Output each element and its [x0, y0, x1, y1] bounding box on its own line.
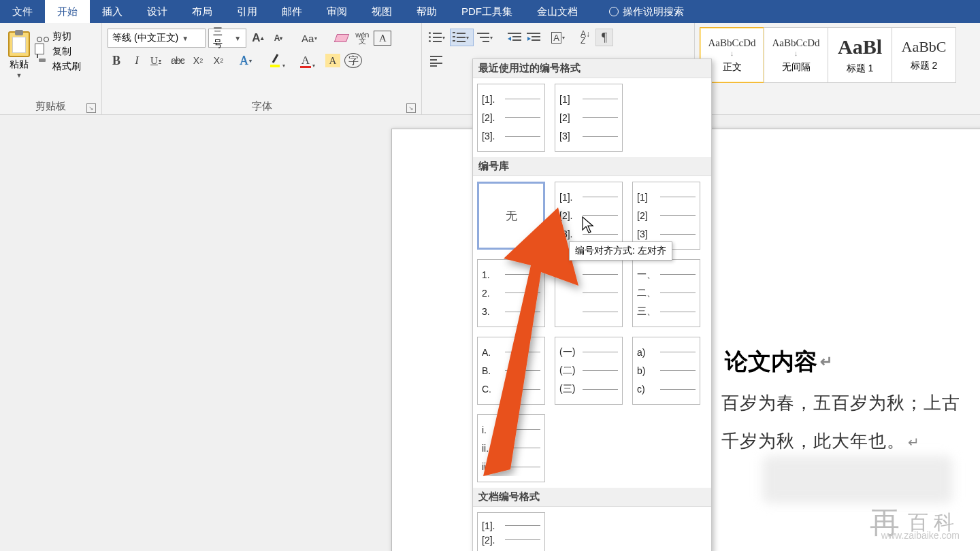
- style-name: 标题 2: [911, 60, 938, 72]
- tab-home[interactable]: 开始: [45, 0, 90, 23]
- numbering-format-bracket-dot[interactable]: [1]. [2]. [3].: [555, 182, 623, 250]
- tab-file[interactable]: 文件: [0, 0, 45, 23]
- enclose-char-button[interactable]: 字: [344, 53, 362, 68]
- cjk-icon: A: [551, 32, 561, 44]
- font-name-combo[interactable]: 等线 (中文正文)▼: [108, 29, 206, 48]
- underline-button[interactable]: U▾: [148, 52, 166, 69]
- multilevel-icon: [476, 31, 489, 44]
- strikethrough-button[interactable]: abc: [169, 52, 186, 69]
- recent-formats-header: 最近使用过的编号格式: [473, 59, 711, 78]
- numbering-format-cjk-paren[interactable]: (一) (二) (三): [555, 337, 623, 405]
- scissors-icon: [37, 31, 49, 42]
- group-font: 等线 (中文正文)▼ 三号▼ A▴ A▾ Aa▾ wén文 A B I U▾ a…: [102, 23, 422, 114]
- subscript-button[interactable]: X2: [189, 52, 207, 69]
- font-size-combo[interactable]: 三号▼: [208, 29, 246, 48]
- menu-bar: 文件 开始 插入 设计 布局 引用 邮件 审阅 视图 帮助 PDF工具集 金山文…: [0, 0, 980, 23]
- tab-insert[interactable]: 插入: [90, 0, 135, 23]
- numbering-format-bracket[interactable]: [1] [2] [3]: [632, 182, 700, 250]
- tell-me-label: 操作说明搜索: [623, 5, 684, 18]
- group-styles: AaBbCcDd ↓ 正文 AaBbCcDd ↓ 无间隔 AaBl 标题 1 A…: [694, 23, 980, 114]
- tab-references[interactable]: 引用: [225, 0, 270, 23]
- style-preview: AaBl: [838, 35, 882, 59]
- watermark: 再 百科 www.zaibaike.com: [870, 503, 960, 543]
- indent-icon: [527, 32, 540, 43]
- font-color-button[interactable]: A▾: [297, 52, 314, 69]
- multilevel-list-button[interactable]: ▾: [475, 29, 496, 46]
- grow-font-button[interactable]: A▴: [249, 29, 267, 47]
- paste-label: 粘贴: [10, 59, 29, 71]
- sort-icon: A↓Z: [581, 31, 590, 44]
- tab-layout[interactable]: 布局: [180, 0, 225, 23]
- font-launcher[interactable]: ↘: [406, 103, 416, 113]
- style-no-spacing[interactable]: AaBbCcDd ↓ 无间隔: [764, 27, 828, 83]
- numbering-button[interactable]: ▾: [450, 29, 474, 46]
- style-name: 无间隔: [782, 61, 811, 73]
- paste-button[interactable]: 粘贴 ▼: [5, 30, 33, 80]
- italic-button[interactable]: I: [128, 52, 146, 69]
- sort-button[interactable]: A↓Z: [576, 29, 594, 46]
- cut-button[interactable]: 剪切: [37, 31, 81, 43]
- copy-label: 复制: [52, 46, 71, 58]
- pen-icon: [272, 54, 279, 63]
- doc-formats-section: [1]. [2].: [473, 507, 711, 551]
- lightbulb-icon: [609, 7, 619, 16]
- clear-formatting-button[interactable]: [333, 29, 350, 47]
- change-case-button[interactable]: Aa▾: [301, 29, 321, 47]
- increase-indent-button[interactable]: [525, 29, 542, 46]
- bold-button[interactable]: B: [108, 52, 125, 69]
- numbering-format-none[interactable]: 无: [477, 182, 545, 250]
- styles-gallery[interactable]: AaBbCcDd ↓ 正文 AaBbCcDd ↓ 无间隔 AaBl 标题 1 A…: [700, 26, 980, 83]
- numbering-format-lower-alpha-paren[interactable]: a) b) c): [632, 337, 700, 405]
- font-name-value: 等线 (中文正文): [112, 32, 178, 44]
- align-left-icon: [430, 56, 442, 65]
- numbering-format-recent-1[interactable]: [1] [2] [3]: [555, 84, 623, 152]
- copy-button[interactable]: 复制: [37, 46, 81, 58]
- bullets-icon: [428, 31, 442, 44]
- tab-design[interactable]: 设计: [135, 0, 180, 23]
- show-marks-button[interactable]: ¶: [595, 29, 613, 46]
- tab-view[interactable]: 视图: [359, 0, 404, 23]
- group-clipboard: 粘贴 ▼ 剪切 复制 格式刷 剪贴板↘: [0, 23, 102, 114]
- numbering-dropdown: 最近使用过的编号格式 [1]. [2]. [3]. [1] [2] [3] 编号…: [472, 59, 712, 551]
- copy-icon: [37, 46, 49, 57]
- tab-wps-docs[interactable]: 金山文档: [525, 0, 590, 23]
- numbering-format-upper-alpha[interactable]: A. B. C.: [477, 337, 545, 405]
- numbering-format-decimal[interactable]: 1. 2. 3.: [477, 259, 545, 327]
- numbering-format-doc-0[interactable]: [1]. [2].: [477, 512, 545, 551]
- tell-me-search[interactable]: 操作说明搜索: [597, 0, 696, 23]
- watermark-url: www.zaibaike.com: [881, 530, 960, 541]
- tab-help[interactable]: 帮助: [404, 0, 449, 23]
- numbering-format-blank[interactable]: [555, 259, 623, 327]
- char-shading-button[interactable]: A: [324, 52, 342, 69]
- text-effects-button[interactable]: A▾: [238, 52, 256, 69]
- shrink-font-button[interactable]: A▾: [270, 29, 287, 47]
- library-section: 无 [1]. [2]. [3]. [1] [2] [3] 1. 2. 3. 一、…: [473, 176, 711, 488]
- recent-formats-section: [1]. [2]. [3]. [1] [2] [3]: [473, 78, 711, 157]
- superscript-button[interactable]: X2: [210, 52, 227, 69]
- group-clipboard-label: 剪贴板: [35, 100, 66, 112]
- style-preview: AaBbCcDd: [772, 37, 820, 49]
- document-line-2: 千岁为秋，此大年也。↵: [721, 429, 920, 453]
- phonetic-guide-button[interactable]: wén文: [353, 29, 371, 47]
- tab-review[interactable]: 审阅: [314, 0, 359, 23]
- style-heading1[interactable]: AaBl 标题 1: [828, 27, 892, 83]
- align-left-button[interactable]: [427, 52, 445, 69]
- char-border-button[interactable]: A: [374, 31, 391, 46]
- style-heading2[interactable]: AaBbC 标题 2: [892, 27, 956, 83]
- tab-pdf-tools[interactable]: PDF工具集: [449, 0, 525, 23]
- numbering-format-recent-0[interactable]: [1]. [2]. [3].: [477, 84, 545, 152]
- numbering-format-roman[interactable]: i. ii. iii.: [477, 414, 545, 482]
- style-preview: AaBbC: [902, 38, 947, 56]
- clipboard-launcher[interactable]: ↘: [86, 103, 96, 113]
- numbering-format-cjk[interactable]: 一、 二、 三、: [632, 259, 700, 327]
- asian-layout-button[interactable]: A▾: [551, 29, 568, 46]
- document-heading: 论文内容↵: [725, 346, 832, 378]
- bullets-button[interactable]: ▾: [427, 29, 448, 46]
- group-font-label: 字体: [252, 100, 272, 112]
- format-painter-button[interactable]: 格式刷: [37, 61, 81, 73]
- highlight-button[interactable]: ▾: [267, 52, 286, 69]
- tab-mailings[interactable]: 邮件: [270, 0, 314, 23]
- watermark-blur: [762, 456, 953, 503]
- decrease-indent-button[interactable]: [506, 29, 523, 46]
- brush-icon: [37, 61, 49, 72]
